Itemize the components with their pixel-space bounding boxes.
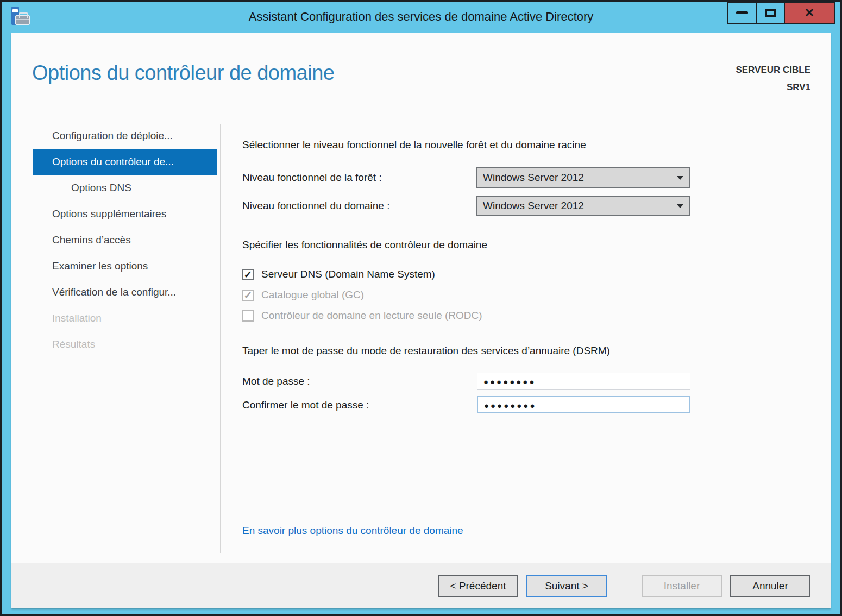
target-server-label: SERVEUR CIBLE [736, 61, 810, 79]
check-icon: ✓ [244, 269, 253, 280]
learn-more-link[interactable]: En savoir plus options du contrôleur de … [242, 525, 463, 537]
rodc-checkbox-label: Contrôleur de domaine en lecture seule (… [261, 310, 482, 322]
forest-level-label: Niveau fonctionnel de la forêt : [242, 167, 382, 188]
form-area: Sélectionner le niveau fonctionnel de la… [242, 33, 720, 563]
global-catalog-checkbox-label: Catalogue global (GC) [261, 289, 364, 301]
password-label: Mot de passe : [242, 373, 310, 390]
global-catalog-checkbox: ✓ [242, 290, 254, 301]
window-controls: ✕ [728, 2, 835, 24]
target-server-info: SERVEUR CIBLE SRV1 [736, 61, 810, 96]
domain-level-value: Windows Server 2012 [477, 200, 670, 212]
rodc-checkbox [242, 310, 254, 322]
dns-server-checkbox-label: Serveur DNS (Domain Name System) [261, 268, 435, 280]
sidebar-divider [220, 124, 221, 553]
forest-level-dropdown-button[interactable] [670, 168, 689, 187]
minimize-icon [736, 11, 748, 14]
previous-button[interactable]: < Précédent [438, 575, 518, 597]
step-prerequisites-check[interactable]: Vérification de la configur... [33, 279, 217, 305]
target-server-name: SRV1 [736, 79, 810, 96]
domain-level-dropdown[interactable]: Windows Server 2012 [476, 196, 690, 216]
wizard-window: Assistant Configuration des services de … [2, 2, 840, 614]
step-additional-options[interactable]: Options supplémentaires [33, 201, 217, 227]
chevron-down-icon [677, 176, 683, 180]
titlebar[interactable]: Assistant Configuration des services de … [2, 2, 840, 32]
wizard-footer: < Précédent Suivant > Installer Annuler [11, 563, 831, 608]
dsrm-section-title: Taper le mot de passe du mode de restaur… [242, 345, 610, 357]
confirm-password-field[interactable]: ●●●●●●●● [477, 396, 690, 413]
functional-level-section-title: Sélectionner le niveau fonctionnel de la… [242, 139, 586, 151]
check-icon: ✓ [244, 290, 253, 300]
dns-server-checkbox-row: ✓ Serveur DNS (Domain Name System) [242, 266, 435, 282]
close-button[interactable]: ✕ [784, 2, 835, 24]
chevron-down-icon [677, 204, 683, 208]
cancel-button[interactable]: Annuler [730, 575, 810, 597]
rodc-checkbox-row: Contrôleur de domaine en lecture seule (… [242, 307, 482, 324]
maximize-button[interactable] [756, 2, 785, 24]
minimize-button[interactable] [727, 2, 757, 24]
forest-level-dropdown[interactable]: Windows Server 2012 [476, 167, 690, 188]
install-button: Installer [642, 575, 722, 597]
forest-level-value: Windows Server 2012 [477, 172, 670, 184]
dns-server-checkbox[interactable]: ✓ [242, 269, 254, 280]
maximize-icon [765, 9, 776, 17]
step-installation: Installation [33, 305, 217, 331]
window-title: Assistant Configuration des services de … [2, 2, 840, 32]
step-results: Résultats [33, 331, 217, 357]
wizard-steps: Configuration de déploie... Options du c… [33, 123, 217, 357]
domain-level-label: Niveau fonctionnel du domaine : [242, 196, 389, 216]
step-review-options[interactable]: Examiner les options [33, 253, 217, 279]
close-icon: ✕ [805, 7, 814, 19]
wizard-page: Options du contrôleur de domaine SERVEUR… [11, 33, 831, 608]
step-deployment-configuration[interactable]: Configuration de déploie... [33, 123, 217, 149]
step-paths[interactable]: Chemins d’accès [33, 227, 217, 253]
password-field[interactable]: ●●●●●●●● [477, 373, 690, 390]
domain-level-dropdown-button[interactable] [670, 197, 689, 215]
step-domain-controller-options[interactable]: Options du contrôleur de... [33, 149, 217, 175]
dc-capabilities-section-title: Spécifier les fonctionnalités de contrôl… [242, 239, 487, 251]
confirm-password-label: Confirmer le mot de passe : [242, 397, 369, 414]
global-catalog-checkbox-row: ✓ Catalogue global (GC) [242, 287, 364, 303]
next-button[interactable]: Suivant > [526, 575, 607, 597]
step-dns-options[interactable]: Options DNS [33, 175, 217, 201]
